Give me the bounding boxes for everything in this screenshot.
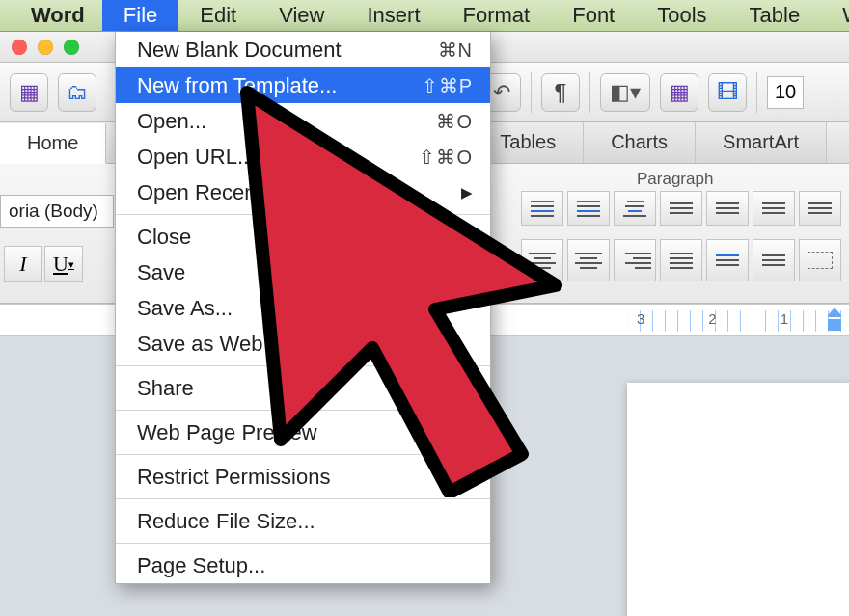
menu-item-label: Open URL...: [137, 145, 419, 170]
file-menu-item[interactable]: Save as Web Page...: [116, 326, 490, 362]
italic-button[interactable]: I: [4, 246, 42, 282]
svg-marker-0: [828, 308, 841, 317]
file-menu-item[interactable]: Web Page Preview: [116, 415, 490, 450]
close-window-button[interactable]: [12, 40, 27, 55]
mac-menu-bar: Word File Edit View Insert Format Font T…: [0, 0, 849, 32]
menu-item-label: Save As...: [137, 296, 473, 321]
show-formatting-button[interactable]: ¶: [541, 73, 580, 112]
submenu-arrow-icon: ▶: [461, 380, 473, 397]
font-style-buttons: I U ▾: [4, 246, 83, 282]
file-menu-item[interactable]: Save: [116, 254, 490, 290]
file-menu-item[interactable]: Open URL...⇧⌘O: [116, 139, 490, 174]
menu-item-label: Open...: [137, 109, 436, 134]
menu-window-truncated[interactable]: W: [821, 0, 849, 31]
file-menu-item[interactable]: New Blank Document⌘N: [116, 32, 490, 67]
tab-charts[interactable]: Charts: [584, 122, 696, 163]
multilevel-list-button[interactable]: [614, 191, 656, 226]
increase-indent-button[interactable]: [706, 191, 749, 226]
menu-item-label: Save: [137, 260, 473, 285]
file-menu-item[interactable]: Page Setup...: [116, 548, 490, 583]
sidebar-toggle-icon[interactable]: ◧▾: [600, 73, 650, 112]
media-browser-icon[interactable]: 🎞: [708, 73, 747, 112]
menu-item-label: Page Setup...: [137, 553, 473, 578]
file-menu-item[interactable]: Open...⌘O: [116, 103, 490, 139]
tab-smartart[interactable]: SmartArt: [696, 122, 827, 163]
open-folder-icon[interactable]: 🗂: [58, 73, 96, 112]
borders-button[interactable]: [799, 239, 841, 281]
menu-view[interactable]: View: [258, 0, 345, 31]
file-menu-item[interactable]: Open Recent▶: [116, 174, 490, 210]
sort-button[interactable]: [753, 191, 795, 226]
menu-item-shortcut: ⌘N: [438, 39, 473, 62]
indent-marker-icon[interactable]: [828, 308, 841, 333]
file-menu-item[interactable]: New from Template...⇧⌘P: [116, 67, 490, 103]
submenu-arrow-icon: ▶: [461, 184, 473, 201]
ruler-tick: 1: [781, 310, 788, 327]
ruler-numbers: 3 2 1: [637, 310, 788, 327]
numbered-list-button[interactable]: [567, 191, 610, 226]
shading-button[interactable]: [753, 239, 795, 281]
zoom-window-button[interactable]: [64, 40, 79, 55]
align-right-button[interactable]: [614, 239, 656, 281]
menu-insert[interactable]: Insert: [345, 0, 441, 31]
file-menu-dropdown: New Blank Document⌘NNew from Template...…: [115, 32, 491, 584]
menu-item-shortcut: ⌘O: [436, 110, 473, 133]
svg-rect-1: [828, 319, 841, 331]
show-marks-button[interactable]: [799, 191, 841, 226]
decrease-indent-button[interactable]: [660, 191, 702, 226]
menu-item-label: Restrict Permissions: [137, 465, 461, 490]
file-menu-item[interactable]: Reduce File Size...: [116, 503, 490, 539]
ruler-tick: 3: [637, 310, 644, 327]
menu-item-label: New from Template...: [137, 73, 422, 98]
menu-item-label: Web Page Preview: [137, 420, 473, 445]
align-left-button[interactable]: [521, 239, 563, 281]
traffic-lights: [12, 40, 79, 55]
submenu-arrow-icon: ▶: [461, 469, 473, 486]
menu-item-label: Open Recent: [137, 180, 461, 205]
menu-edit[interactable]: Edit: [178, 0, 258, 31]
menu-item-label: Share: [137, 376, 461, 401]
ruler-tick: 2: [708, 310, 716, 327]
file-menu-item[interactable]: Restrict Permissions▶: [116, 459, 490, 495]
bulleted-list-button[interactable]: [521, 191, 563, 226]
document-page[interactable]: [627, 383, 849, 616]
menu-item-shortcut: ⇧⌘O: [419, 146, 473, 169]
list-buttons: [521, 191, 841, 226]
minimize-window-button[interactable]: [38, 40, 53, 55]
file-menu-item[interactable]: Close: [116, 219, 490, 254]
menu-font[interactable]: Font: [551, 0, 636, 31]
menu-item-label: New Blank Document: [137, 38, 438, 63]
alignment-buttons: [521, 239, 841, 281]
font-size-field[interactable]: 10: [767, 76, 804, 109]
menu-file[interactable]: File: [102, 0, 178, 31]
file-menu-item[interactable]: Save As...: [116, 290, 490, 326]
menu-item-label: Reduce File Size...: [137, 509, 473, 534]
align-center-button[interactable]: [567, 239, 610, 281]
menu-item-label: Close: [137, 225, 473, 250]
app-name: Word: [14, 0, 102, 31]
menu-format[interactable]: Format: [442, 0, 552, 31]
toolbox-panel-icon[interactable]: ▦: [660, 73, 698, 112]
file-menu-item[interactable]: Share▶: [116, 370, 490, 406]
font-family-field[interactable]: oria (Body): [0, 195, 114, 228]
menu-item-shortcut: ⇧⌘P: [422, 74, 473, 97]
menu-item-label: Save as Web Page...: [137, 332, 473, 357]
line-spacing-button[interactable]: [706, 239, 749, 281]
align-justify-button[interactable]: [660, 239, 702, 281]
toolbox-icon[interactable]: ▦: [10, 73, 48, 112]
underline-button[interactable]: U ▾: [44, 246, 83, 282]
tab-home[interactable]: Home: [0, 123, 106, 164]
menu-table[interactable]: Table: [728, 0, 822, 31]
menu-tools[interactable]: Tools: [636, 0, 727, 31]
paragraph-group-label: Paragraph: [637, 170, 713, 189]
